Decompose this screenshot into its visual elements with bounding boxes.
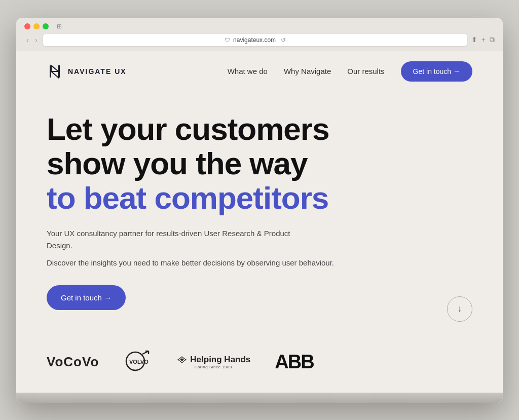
bottom-peek [16, 393, 503, 403]
url-text: navigateux.com [233, 36, 276, 44]
browser-titlebar: ⊞ [24, 23, 495, 30]
browser-window: ⊞ ‹ › 🛡 navigateux.com ↺ ⬆ + ⧉ [16, 18, 503, 403]
page-content: NAVIGATE UX What we do Why Navigate Our … [16, 51, 503, 393]
svg-text:VOLVO: VOLVO [129, 359, 149, 365]
forward-button[interactable]: › [33, 35, 40, 45]
nav-links: What we do Why Navigate Our results Get … [228, 61, 472, 82]
hero-subtext1: Your UX consultancy partner for results-… [47, 227, 300, 252]
client-logo-abb: ABB [275, 351, 313, 373]
hero-section: Let your customers show you the way to b… [16, 92, 503, 337]
helping-hands-text: Helping Hands [190, 355, 250, 365]
window-controls: ⊞ [57, 23, 62, 30]
nav-link-our-results[interactable]: Our results [347, 67, 384, 75]
share-icon[interactable]: ⬆ [471, 35, 477, 44]
scroll-down-button[interactable]: ↓ [447, 296, 472, 322]
back-button[interactable]: ‹ [24, 35, 31, 45]
vocovo-text: VoCoVo [47, 354, 99, 369]
nav-link-why-navigate[interactable]: Why Navigate [284, 67, 331, 75]
address-bar[interactable]: 🛡 navigateux.com ↺ [43, 34, 467, 46]
hero-heading-line2: show you the way [47, 146, 308, 181]
hero-heading: Let your customers show you the way to b… [47, 112, 472, 216]
hero-subtext2: Discover the insights you need to make b… [47, 257, 351, 269]
hero-heading-line1: Let your customers [47, 111, 329, 146]
tabs-icon[interactable]: ⧉ [490, 35, 495, 44]
volvo-svg: VOLVO [123, 347, 152, 375]
nav-arrows: ‹ › [24, 35, 39, 45]
logo-icon [47, 63, 63, 80]
helping-hands-sub: Caring Since 1989 [195, 365, 232, 369]
close-button[interactable] [24, 23, 30, 29]
svg-marker-3 [51, 71, 58, 78]
abb-text: ABB [275, 351, 313, 372]
hero-cta-button[interactable]: Get in touch → [47, 285, 126, 310]
client-logo-vocovo: VoCoVo [47, 354, 99, 370]
helping-hands-icon [176, 356, 188, 364]
clients-bar: VoCoVo VOLVO Help [16, 337, 503, 393]
reload-icon[interactable]: ↺ [281, 36, 286, 44]
logo-text: NAVIGATE UX [68, 67, 127, 75]
browser-chrome: ⊞ ‹ › 🛡 navigateux.com ↺ ⬆ + ⧉ [16, 18, 503, 51]
nav-cta-button[interactable]: Get in touch → [401, 61, 472, 82]
minimize-button[interactable] [33, 23, 40, 29]
toolbar-actions: ⬆ + ⧉ [471, 35, 495, 44]
client-logo-helping-hands: Helping Hands Caring Since 1989 [176, 355, 250, 369]
traffic-lights [24, 23, 49, 29]
logo[interactable]: NAVIGATE UX [47, 63, 127, 80]
scroll-down-icon: ↓ [458, 303, 462, 314]
browser-toolbar: ‹ › 🛡 navigateux.com ↺ ⬆ + ⧉ [24, 34, 495, 51]
site-nav: NAVIGATE UX What we do Why Navigate Our … [16, 51, 503, 92]
maximize-button[interactable] [43, 23, 49, 29]
client-logo-volvo: VOLVO [123, 347, 152, 377]
new-tab-icon[interactable]: + [481, 35, 486, 44]
nav-link-what-we-do[interactable]: What we do [228, 67, 268, 75]
sidebar-toggle-icon[interactable]: ⊞ [57, 23, 62, 30]
svg-marker-2 [51, 65, 58, 71]
hero-heading-accent: to beat competitors [47, 181, 472, 215]
security-icon: 🛡 [225, 37, 230, 43]
